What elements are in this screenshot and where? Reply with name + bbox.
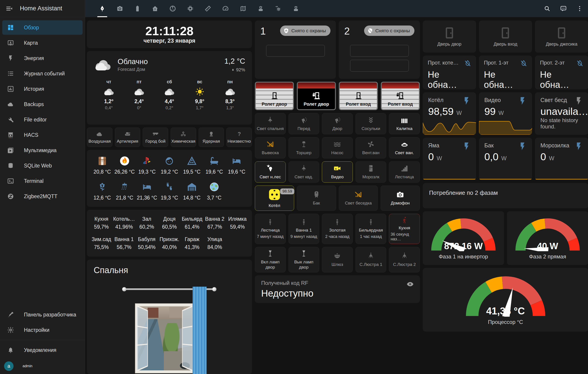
sidebar-item[interactable]: SQLite Web [2,158,83,173]
entity-tile[interactable]: Вкл ламп двор [255,247,286,273]
entity-tile[interactable]: Свет спальня [255,113,286,134]
leak-sensor-card[interactable]: Прот. коте… Не обна… [423,55,476,89]
entity-tile[interactable]: Свет н.лес [255,161,286,183]
temperature-sensor[interactable]: 20,8 °C [91,156,113,175]
topbar-action-button[interactable] [557,2,570,15]
humidity-sensor[interactable]: Улица 84,0% [203,236,226,250]
entity-tile[interactable]: Насос [322,137,353,158]
sidebar-item[interactable]: Настройки [2,323,83,337]
presence-tile[interactable]: Ванна 1 9 минут назад [288,214,319,244]
sidebar-item-notifications[interactable]: Уведомления [2,343,83,357]
entity-tile[interactable]: С.Люстра 1 [356,247,387,273]
humidity-sensor[interactable]: Кухня 59,7% [90,216,113,230]
power-sensor-card[interactable]: Свет бесд unavaila… No state history fou… [535,92,588,135]
alert-button[interactable]: Неизвестно [226,127,252,147]
sidebar-item[interactable]: HACS [2,128,83,142]
gauge-phase-1[interactable]: 872,16 W Фаза 1 на инвертор [423,211,504,265]
dashboard-tab[interactable] [166,0,179,17]
alert-button[interactable]: Город бой [143,127,168,147]
gauge-phase-2[interactable]: 40 W Фаза 2 прямая [507,211,588,265]
roller-shutter-tile[interactable]: Ролет двор [297,82,336,110]
curtain[interactable] [192,287,207,374]
humidity-sensor[interactable]: Зал 60,2% [136,216,158,230]
entity-tile[interactable]: Калитка [389,113,420,134]
alarm-state-badge[interactable]: Снято с охраны [280,25,330,36]
power-sensor-card[interactable]: Котёл 98,59 W [423,92,476,135]
entity-tile[interactable]: Сосульки [356,113,387,134]
leak-sensor-card[interactable]: Прот. 2-эт Не обна… [535,55,588,89]
entity-tile[interactable]: Морозлк [356,161,387,183]
weather-card[interactable]: Облачно Forecast Дом 1,2 °C 92% [87,51,252,125]
entity-tile[interactable]: Лестница [389,161,420,183]
dashboard-tab[interactable] [96,0,109,17]
dashboard-tab[interactable] [290,0,302,17]
power-sensor-card[interactable]: Морозилка 0 W [535,138,588,180]
leak-sensor-card[interactable]: Прот. 1-эт Не обна… [479,55,532,89]
sidebar-item[interactable]: Карта [2,36,83,50]
temperature-sensor[interactable]: 19,3 °C [158,182,181,201]
eye-icon[interactable] [406,280,414,288]
entity-tile[interactable]: Домофон [380,186,420,211]
humidity-sensor[interactable]: Бабуля 50,54% [136,236,158,250]
temperature-sensor[interactable]: 21,8 °C [113,182,136,201]
sidebar-item[interactable]: Энергия [2,51,83,65]
entity-tile[interactable]: Вент.ван [356,137,387,158]
entity-tile[interactable]: Двор [322,113,353,134]
entity-tile[interactable]: Вык ламп двор [288,247,319,273]
entity-tile[interactable]: Свет ван. [389,137,420,158]
sidebar-item[interactable]: Обзор [2,20,83,35]
dashboard-tab[interactable] [149,0,161,17]
dashboard-tab[interactable] [237,0,249,17]
dashboard-tab[interactable] [184,0,197,17]
presence-tile[interactable]: Бильярдная 1 час назад [356,214,387,244]
entity-tile[interactable]: Вывеска [255,137,286,158]
sidebar-item[interactable]: История [2,82,83,96]
temperature-sensor[interactable]: 12,6 °C [91,182,113,201]
alert-button[interactable]: Артилерия [115,127,140,147]
humidity-sensor[interactable]: Ванна 1 56,7% [113,236,135,250]
temperature-sensor[interactable]: 19,6 °C [203,156,225,175]
humidity-sensor[interactable]: Илямка 59,4% [226,216,249,230]
temperature-sensor[interactable]: 19,5 °C [181,156,203,175]
sidebar-item[interactable]: Панель разработчика [2,307,83,322]
entity-tile[interactable]: Перед [288,113,319,134]
door-sensor-card[interactable]: Дверь джесика [535,21,588,52]
door-sensor-card[interactable]: Дверь вход [479,21,532,52]
sidebar-item[interactable]: Zigbee2MQTT [2,189,83,204]
entity-tile[interactable]: Видео [322,161,353,183]
temperature-sensor[interactable]: 3,7 °C [203,182,225,201]
temperature-sensor[interactable]: 14,8 °C [181,182,203,201]
roller-shutter-tile[interactable]: Ролет двор [255,82,294,110]
humidity-sensor[interactable]: Зим.сад 75,5% [90,236,113,250]
temperature-sensor[interactable]: 21,36 °C [136,182,158,201]
humidity-sensor[interactable]: Ванна 2 67,7% [203,216,226,230]
alert-button[interactable]: Химическая [171,127,196,147]
arm-mode-button[interactable] [350,45,409,57]
temperature-sensor[interactable]: 19,3 °C [136,156,158,175]
gauge-cpu-temperature[interactable]: 41,38 °C Процессор °C [423,268,588,332]
entity-tile[interactable]: Шлюз [322,247,353,273]
alert-button[interactable]: Ядерная [199,127,224,147]
temperature-sensor[interactable]: 19,2 °C [158,156,181,175]
power-sensor-card[interactable]: Яма 0 W [423,138,476,180]
temperature-sensor[interactable]: 19,6 °C [225,156,248,175]
roller-shutter-tile[interactable]: Ролет вход [339,82,378,110]
sidebar-item[interactable]: Backups [2,97,83,112]
bedroom-curtain-card[interactable]: Спальня [87,260,252,374]
dashboard-tab[interactable] [201,0,214,17]
sidebar-toggle-icon[interactable] [5,5,13,12]
entity-tile[interactable]: Торшер [288,137,319,158]
roller-shutter-tile[interactable]: Ролет вход [381,82,420,110]
sidebar-item[interactable]: Журнал событий [2,66,83,81]
entity-tile[interactable]: Свет квд. [288,161,319,183]
presence-tile[interactable]: Лестница 7 минут назад [255,214,286,244]
sidebar-item[interactable]: File editor [2,112,83,127]
humidity-sensor[interactable]: Гараж 41,3% [181,236,203,250]
alert-button[interactable]: Воздушная [87,127,112,147]
presence-tile[interactable]: Золотая 2 часа назад [322,214,353,244]
humidity-sensor[interactable]: Доця 60,5% [158,216,181,230]
power-sensor-card[interactable]: Видео 99 W [479,92,532,135]
topbar-action-button[interactable] [541,2,554,15]
entity-tile[interactable]: Бак [297,186,336,211]
alarm-state-badge[interactable]: Снято с охраны [364,25,414,36]
